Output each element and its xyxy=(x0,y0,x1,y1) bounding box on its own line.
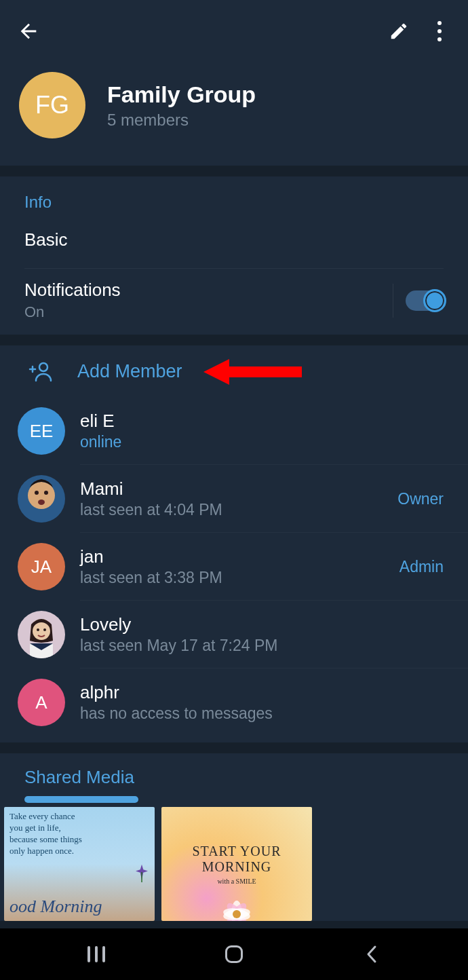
member-name: alphr xyxy=(80,682,444,703)
member-status: has no access to messages xyxy=(80,704,444,723)
divider xyxy=(393,284,393,318)
nav-home-button[interactable] xyxy=(207,937,261,971)
media-text: because some things xyxy=(9,834,149,846)
member-avatar: A xyxy=(18,679,65,726)
member-status: online xyxy=(80,433,444,451)
media-thumbnail[interactable]: Take every chance you get in life, becau… xyxy=(4,807,155,921)
group-avatar[interactable]: FG xyxy=(19,72,85,138)
notifications-label: Notifications xyxy=(24,280,393,301)
member-status: last seen at 4:04 PM xyxy=(80,501,397,519)
home-icon xyxy=(225,945,243,963)
member-row[interactable]: Aalphrhas no access to messages xyxy=(0,668,468,736)
shared-media-section: Shared Media Take every chance you get i… xyxy=(0,753,468,921)
chevron-left-icon xyxy=(365,945,378,964)
pencil-icon xyxy=(389,21,409,41)
add-member-icon xyxy=(24,360,56,382)
member-avatar xyxy=(18,611,65,658)
media-text: Take every chance xyxy=(9,811,149,823)
group-subtitle: 5 members xyxy=(107,111,256,130)
more-options-button[interactable] xyxy=(419,11,460,52)
flower-icon xyxy=(210,894,264,921)
member-name: jan xyxy=(80,546,399,567)
svg-point-21 xyxy=(233,910,241,918)
media-text: ood Morning xyxy=(9,897,149,917)
media-text: with a SMILE xyxy=(217,878,256,885)
recent-apps-icon xyxy=(87,946,105,962)
media-text: START YOUR xyxy=(192,844,281,859)
back-button[interactable] xyxy=(8,11,49,52)
member-row[interactable]: Mamilast seen at 4:04 PMOwner xyxy=(0,465,468,532)
member-avatar: JA xyxy=(18,543,65,590)
member-row[interactable]: EEeli Eonline xyxy=(0,397,468,464)
svg-marker-3 xyxy=(203,359,302,385)
nav-back-button[interactable] xyxy=(345,937,399,971)
arrow-left-icon xyxy=(17,20,40,43)
svg-point-12 xyxy=(37,628,39,631)
member-name: Mami xyxy=(80,478,397,500)
annotation-arrow xyxy=(203,355,305,389)
info-section-label: Info xyxy=(24,176,444,223)
member-avatar: EE xyxy=(18,407,65,455)
media-text: you get in life, xyxy=(9,823,149,834)
member-name: eli E xyxy=(80,411,444,432)
toolbar xyxy=(0,0,468,62)
media-text: MORNING xyxy=(202,859,272,875)
group-title: Family Group xyxy=(107,81,256,108)
svg-point-6 xyxy=(35,491,39,495)
notifications-status: On xyxy=(24,303,393,321)
more-vertical-icon xyxy=(437,21,442,41)
notifications-row[interactable]: Notifications On xyxy=(24,269,444,335)
add-member-button[interactable]: Add Member xyxy=(0,345,468,397)
member-status: last seen at 3:38 PM xyxy=(80,569,399,587)
nav-recent-button[interactable] xyxy=(69,937,123,971)
flower-icon xyxy=(132,862,152,882)
media-text: only happen once. xyxy=(9,846,149,857)
member-role: Admin xyxy=(399,558,444,576)
svg-point-0 xyxy=(39,363,47,371)
tab-indicator xyxy=(24,796,138,803)
shared-media-label[interactable]: Shared Media xyxy=(0,767,468,796)
member-role: Owner xyxy=(397,490,444,508)
info-section: Info Basic Notifications On xyxy=(0,176,468,335)
member-status: last seen May 17 at 7:24 PM xyxy=(80,637,444,655)
members-section: Add Member EEeli EonlineMamilast seen at… xyxy=(0,345,468,742)
group-header: FG Family Group 5 members xyxy=(0,62,468,166)
svg-point-8 xyxy=(38,500,45,505)
member-row[interactable]: Lovelylast seen May 17 at 7:24 PM xyxy=(0,601,468,668)
system-navbar xyxy=(0,928,468,980)
svg-point-7 xyxy=(44,491,48,495)
member-row[interactable]: JAjanlast seen at 3:38 PMAdmin xyxy=(0,533,468,600)
media-thumbnail[interactable]: START YOUR MORNING with a SMILE xyxy=(161,807,312,921)
svg-point-11 xyxy=(33,622,50,640)
edit-button[interactable] xyxy=(378,11,419,52)
svg-point-13 xyxy=(43,628,46,631)
member-name: Lovely xyxy=(80,614,444,635)
member-avatar xyxy=(18,475,65,523)
info-value[interactable]: Basic xyxy=(24,223,444,269)
notifications-toggle[interactable] xyxy=(406,290,444,311)
add-member-label: Add Member xyxy=(77,361,182,382)
